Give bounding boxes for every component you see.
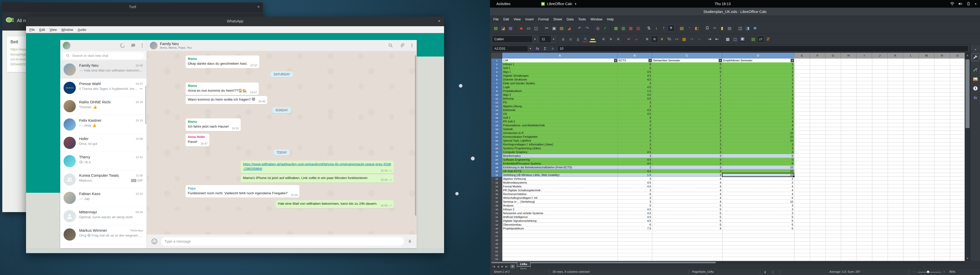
last-sheet-icon[interactable]: ▶| (504, 265, 509, 268)
message-link[interactable]: https://www.willhaben.at/iad/kaufen-und-… (243, 162, 391, 171)
print-preview-button[interactable]: ◫ (533, 25, 539, 31)
cell-D17[interactable]: 4 (723, 120, 793, 123)
bold-button[interactable]: a (560, 36, 566, 42)
cell-B3[interactable]: 6 (618, 66, 651, 70)
cell-B42[interactable]: 4.5 (618, 215, 651, 219)
row-header-35[interactable]: 35 (491, 188, 502, 192)
cell-A16[interactable]: Soft 2 (503, 116, 617, 120)
cell-C42[interactable]: 5 (653, 215, 721, 219)
delete-row-button[interactable]: ▦ (628, 25, 634, 31)
row-header-53[interactable]: 53 (491, 257, 502, 261)
vertical-scrollbar[interactable]: ▲ ▼ (965, 53, 970, 261)
cell-A20[interactable]: Introduction to R (503, 131, 617, 135)
cell-B20[interactable]: 3 (618, 131, 651, 135)
cell-D39[interactable]: 3 (723, 204, 793, 207)
autofilter-dropdown-icon[interactable]: ▼ (649, 59, 652, 62)
autofilter-dropdown-icon[interactable]: ▼ (719, 59, 722, 62)
chat-list-item[interactable]: RaRo OHNE Richi15:19Thomas: 👍 (60, 97, 146, 115)
cell-D41[interactable]: 3 (723, 211, 793, 215)
cell-C43[interactable]: 5 (653, 219, 721, 223)
add-sheet-button[interactable]: + (511, 265, 515, 269)
cell-C45[interactable]: 4 (653, 227, 721, 231)
cell-D15[interactable]: 2 (723, 112, 793, 116)
cell-C27[interactable]: 3 (653, 158, 721, 162)
save-state-icon[interactable]: ▯ (772, 270, 773, 274)
row-header-14[interactable]: 14 (491, 108, 502, 112)
row-header-52[interactable]: 52 (491, 253, 502, 257)
chevron-down-icon[interactable]: ▼ (532, 36, 537, 42)
calc-menu-format[interactable]: Format (536, 17, 551, 21)
chevron-down-icon[interactable]: ▼ (528, 46, 533, 51)
sort-descending-button[interactable]: ↑ (660, 25, 667, 31)
row-header-1[interactable]: 1 (491, 58, 502, 62)
cell-A38[interactable]: Seminar in ... (Vertiefung) (503, 200, 617, 204)
cell-D42[interactable]: 5 (723, 215, 793, 219)
sidebar-settings-caret-icon[interactable]: ▼ (972, 46, 979, 53)
autofilter-dropdown-icon[interactable]: ▼ (614, 59, 617, 62)
column-header-O[interactable]: O (950, 53, 965, 58)
decrease-indent-button[interactable]: ⇤ (714, 36, 720, 42)
save-button[interactable]: ▦ (508, 25, 514, 31)
cell-C41[interactable]: 5 (653, 211, 721, 215)
insert-image-button[interactable]: ▨ (679, 25, 685, 31)
whatsapp-menu-view[interactable]: View (47, 28, 59, 32)
paste-button[interactable]: ▤ (558, 25, 565, 31)
emoji-icon[interactable] (151, 238, 158, 245)
cell-C32[interactable]: 4 (653, 177, 721, 181)
row-header-48[interactable]: 48 (491, 238, 502, 242)
print-area-button[interactable]: ◫ (737, 25, 743, 31)
cell-A35[interactable]: PR Digitale Schaltungstechnik (503, 188, 617, 192)
menu-kebab-icon[interactable] (142, 43, 143, 48)
row-header-44[interactable]: 44 (491, 223, 502, 227)
special-character-button[interactable]: Ω (704, 25, 711, 31)
insert-mode-icon[interactable]: ▮ (764, 270, 766, 274)
cell-D3[interactable]: 1 (723, 66, 793, 70)
wrap-text-button[interactable]: ↵ (626, 36, 632, 42)
zoom-slider-thumb[interactable] (927, 271, 929, 273)
filter-header-cell[interactable]: Gemachtes Semester▼ (652, 58, 722, 62)
cell-C40[interactable]: 5 (653, 207, 721, 211)
row-header-28[interactable]: 28 (491, 162, 502, 166)
row-header-7[interactable]: 7 (491, 82, 502, 85)
microphone-icon[interactable] (407, 238, 412, 245)
function-wizard-icon[interactable]: fx (535, 46, 541, 51)
column-header-L[interactable]: L (903, 53, 919, 58)
row-header-3[interactable]: 3 (491, 66, 502, 70)
cell-A41[interactable]: Netzwerke und verteile Systeme (503, 211, 617, 215)
cell-C5[interactable]: 1 (653, 74, 721, 77)
row-header-29[interactable]: 29 (491, 166, 502, 169)
zoom-slider[interactable] (918, 272, 941, 272)
cell-A9[interactable]: Propädeutikum (503, 89, 617, 93)
cell-A2[interactable]: Infosys 1 (503, 62, 617, 66)
turtl-close-button[interactable]: × (257, 4, 260, 9)
row-header-31[interactable]: 31 (491, 173, 502, 177)
insert-row-button[interactable]: ▦ (613, 25, 619, 31)
column-header-C[interactable]: C (652, 53, 722, 58)
whatsapp-menu-window[interactable]: Window (59, 28, 75, 32)
row-header-38[interactable]: 38 (491, 200, 502, 204)
cell-A30[interactable]: UK freie ECTS (503, 169, 617, 173)
cell-A34[interactable]: Formal Models (503, 185, 617, 188)
cell-D21[interactable]: 10 (723, 135, 793, 139)
cell-A31[interactable]: Vertiefung (zB Wireless LANs, Web Usabil… (503, 173, 617, 177)
insert-chart-button[interactable]: ◔ (686, 25, 692, 31)
conversation-header[interactable]: Family Neu Anna, Mama, Papa, You (147, 40, 417, 51)
cell-C13[interactable]: 2 (653, 104, 721, 108)
cell-B38[interactable]: 3 (618, 200, 651, 204)
row-header-9[interactable]: 9 (491, 89, 502, 93)
cell-B24[interactable]: 3 (618, 146, 651, 150)
cell-C10[interactable]: 1 (653, 93, 721, 97)
cell-A21[interactable]: Kommunikative Fertigkeiten (503, 135, 617, 139)
increase-indent-button[interactable]: ⇥ (706, 36, 713, 42)
app-indicator[interactable]: LibreOffice Calc ▼ (541, 2, 577, 6)
cell-D12[interactable]: 5 (723, 101, 793, 104)
vertical-scroll-thumb[interactable] (966, 59, 969, 128)
cell-C22[interactable]: 2 (653, 139, 721, 142)
cell-B29[interactable]: 2 (618, 166, 651, 169)
cell-C39[interactable]: 5 (653, 204, 721, 207)
redo-button[interactable]: ↷ (584, 25, 590, 31)
cell-A43[interactable]: Digitale Signalverarbeitung (503, 219, 617, 223)
cell-C17[interactable]: 2 (653, 120, 721, 123)
new-chat-icon[interactable] (130, 43, 136, 48)
select-all-corner[interactable] (491, 53, 502, 58)
